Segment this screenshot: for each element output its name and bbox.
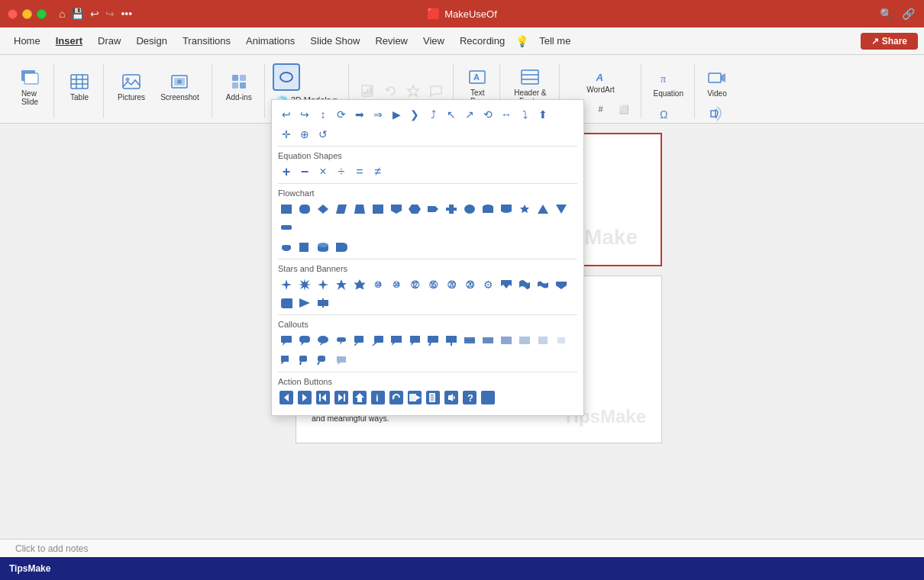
minimize-button[interactable] [22, 9, 32, 19]
banner-wavy2[interactable] [535, 276, 551, 293]
star-6pt[interactable] [351, 276, 368, 293]
star-5pt-burst[interactable] [296, 276, 313, 293]
fc-oval[interactable] [461, 201, 478, 218]
fc-drum[interactable] [480, 201, 496, 218]
fc-delay[interactable] [333, 239, 350, 256]
action-doc[interactable] [425, 389, 441, 406]
pictures-button[interactable]: Pictures [111, 63, 151, 109]
gear-shape[interactable]: ⚙ [480, 276, 496, 293]
fc-cloud[interactable] [278, 239, 295, 256]
callout-line[interactable] [351, 332, 368, 349]
addins-button[interactable]: Add-ins [220, 63, 258, 109]
action-blank[interactable] [480, 389, 496, 406]
shape-quad-arrow2[interactable]: ⊕ [296, 126, 313, 143]
wordart-button[interactable]: A WordArt [567, 66, 635, 97]
equation-button[interactable]: π Equation [649, 66, 688, 99]
action-home[interactable] [351, 389, 368, 406]
video-button[interactable]: Video [703, 66, 732, 99]
banner-scroll[interactable] [278, 295, 295, 311]
callout-sq4[interactable] [443, 332, 460, 349]
banner-wave[interactable] [516, 276, 533, 293]
callout-c4[interactable] [333, 352, 350, 369]
table-button[interactable]: Table [62, 63, 97, 109]
fc-sq2[interactable] [296, 239, 313, 256]
share-icon[interactable]: 🔗 [902, 8, 915, 20]
new-slide-button[interactable]: NewSlide [12, 63, 47, 109]
callout-rect[interactable] [278, 332, 295, 349]
shape-arrow-rotate[interactable]: ⟳ [333, 106, 350, 123]
callout-strip6[interactable] [553, 332, 570, 349]
fc-diamond[interactable] [315, 201, 331, 218]
share-button[interactable]: ↗ Share [861, 33, 918, 50]
callout-c2[interactable] [296, 352, 313, 369]
star-4pt[interactable] [278, 276, 295, 293]
star-10pt-badge[interactable]: ⑩ [388, 276, 405, 293]
callout-sq[interactable] [388, 332, 405, 349]
fc-triangle-down[interactable] [553, 201, 570, 218]
action-help[interactable]: ? [461, 389, 478, 406]
shape-arrow-curve-left[interactable]: ↩ [278, 106, 295, 123]
menu-insert[interactable]: Insert [48, 32, 90, 50]
menu-view[interactable]: View [415, 32, 452, 50]
fc-rect2[interactable] [370, 201, 386, 218]
shape-arrow-right-block[interactable]: ➡ [351, 106, 368, 123]
shape-notequals[interactable]: ≠ [370, 163, 386, 180]
callout-strip4[interactable] [516, 332, 533, 349]
more-icon[interactable]: ••• [121, 8, 132, 20]
fc-plus-shape[interactable] [443, 201, 460, 218]
action-movie[interactable] [406, 389, 423, 406]
fc-rounded[interactable] [296, 201, 313, 218]
shape-plus[interactable]: + [278, 163, 295, 180]
maximize-button[interactable] [37, 9, 47, 19]
star-12pt-badge[interactable]: ⑫ [406, 276, 423, 293]
callout-c3[interactable] [315, 352, 331, 369]
menu-slideshow[interactable]: Slide Show [302, 32, 367, 50]
action-beginning[interactable] [315, 389, 331, 406]
star-4pt-cross[interactable] [315, 276, 331, 293]
action-back[interactable] [278, 389, 295, 406]
callout-strip5[interactable] [535, 332, 551, 349]
shape-arrow-upleft[interactable]: ↖ [443, 106, 460, 123]
fc-doc[interactable] [498, 201, 515, 218]
menu-transitions[interactable]: Transitions [175, 32, 238, 50]
star-32pt-badge[interactable]: ⑳ [461, 276, 478, 293]
menu-draw[interactable]: Draw [90, 32, 128, 50]
star-24pt-badge[interactable]: ⑳ [443, 276, 460, 293]
menu-recording[interactable]: Recording [452, 32, 512, 50]
shape-arrow-right-filled[interactable]: ▶ [388, 106, 405, 123]
callout-rounded[interactable] [296, 332, 313, 349]
action-info[interactable]: i [370, 389, 386, 406]
fc-arrow-shape[interactable] [425, 201, 441, 218]
callout-strip3[interactable] [498, 332, 515, 349]
shape-arrow-upright[interactable]: ↗ [461, 106, 478, 123]
shape-multiply[interactable]: × [315, 163, 331, 180]
menu-tellme[interactable]: Tell me [531, 32, 578, 50]
home-icon[interactable]: ⌂ [59, 8, 65, 20]
menu-design[interactable]: Design [128, 32, 174, 50]
fc-parallelogram[interactable] [333, 201, 350, 218]
star-16pt-badge[interactable]: ⑮ [425, 276, 441, 293]
callout-sq2[interactable] [406, 332, 423, 349]
shape-arrow-leftright[interactable]: ↔ [498, 106, 515, 123]
shapes-button[interactable] [273, 63, 300, 91]
redo-icon[interactable]: ↪ [105, 8, 115, 20]
shape-rotate-arrow[interactable]: ↺ [315, 126, 331, 143]
banner-wavyh[interactable] [315, 295, 331, 311]
banner-flag[interactable] [296, 295, 313, 311]
save-icon[interactable]: 💾 [71, 8, 84, 20]
banner-ribbon[interactable] [498, 276, 515, 293]
fc-hexagon[interactable] [406, 201, 423, 218]
star-5pt[interactable] [333, 276, 350, 293]
fc-rect[interactable] [278, 201, 295, 218]
screenshot-button[interactable]: Screenshot [154, 63, 205, 109]
shape-arrow-chevron[interactable]: ❯ [406, 106, 423, 123]
fc-disk[interactable] [315, 239, 331, 256]
callout-strip1[interactable] [461, 332, 478, 349]
callout-c1[interactable] [278, 352, 295, 369]
menu-review[interactable]: Review [367, 32, 415, 50]
shape-quad-arrow[interactable]: ✛ [278, 126, 295, 143]
search-icon[interactable]: 🔍 [880, 8, 893, 20]
slide-number-button[interactable]: # [590, 98, 612, 120]
fc-triangle[interactable] [535, 201, 551, 218]
action-forward[interactable] [296, 389, 313, 406]
